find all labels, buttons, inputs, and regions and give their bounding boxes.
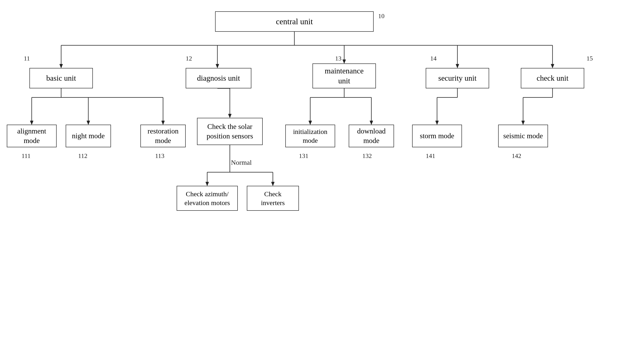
- ref-13: 13: [335, 55, 342, 62]
- svg-marker-11: [551, 64, 554, 68]
- diagnosis-unit-box: diagnosis unit: [186, 68, 251, 88]
- svg-marker-3: [60, 64, 63, 68]
- ref-111: 111: [22, 152, 30, 160]
- check-inverters-label: Checkinverters: [261, 189, 285, 207]
- basic-unit-box: basic unit: [30, 68, 93, 88]
- svg-marker-26: [206, 182, 209, 186]
- check-unit-box: check unit: [521, 68, 584, 88]
- central-unit-box: central unit: [215, 11, 374, 32]
- initialization-mode-label: initializationmode: [293, 127, 328, 145]
- diagnosis-unit-label: diagnosis unit: [197, 73, 240, 83]
- seismic-mode-label: seismic mode: [503, 131, 543, 141]
- check-solar-box: Check the solarposition sensors: [197, 118, 263, 145]
- initialization-mode-box: initializationmode: [285, 125, 335, 147]
- check-unit-label: check unit: [537, 73, 568, 83]
- check-inverters-box: Checkinverters: [247, 186, 299, 211]
- normal-label: Normal: [231, 159, 252, 166]
- connector-lines: [0, 0, 644, 351]
- svg-marker-9: [456, 64, 459, 68]
- svg-marker-35: [370, 121, 373, 125]
- check-azimuth-box: Check azimuth/elevation motors: [176, 186, 238, 211]
- maintenance-unit-label: maintenanceunit: [325, 66, 364, 86]
- download-mode-box: downloadmode: [349, 125, 394, 147]
- svg-marker-39: [436, 121, 438, 125]
- svg-marker-28: [271, 182, 274, 186]
- restoration-mode-box: restorationmode: [140, 125, 186, 147]
- ref-131: 131: [299, 152, 308, 160]
- restoration-mode-label: restorationmode: [148, 126, 179, 145]
- security-unit-label: security unit: [438, 73, 476, 83]
- check-solar-label: Check the solarposition sensors: [206, 122, 253, 141]
- download-mode-label: downloadmode: [357, 126, 386, 145]
- storm-mode-box: storm mode: [412, 125, 462, 147]
- seismic-mode-box: seismic mode: [498, 125, 548, 147]
- svg-marker-43: [522, 121, 525, 125]
- ref-132: 132: [362, 152, 372, 160]
- svg-marker-5: [216, 64, 219, 68]
- night-mode-box: night mode: [66, 125, 111, 147]
- ref-12: 12: [186, 55, 192, 62]
- ref-141: 141: [426, 152, 435, 160]
- ref-14: 14: [430, 55, 436, 62]
- svg-marker-19: [162, 121, 164, 125]
- ref-112: 112: [78, 152, 88, 160]
- svg-marker-7: [342, 60, 346, 64]
- storm-mode-label: storm mode: [420, 131, 454, 141]
- ref-11: 11: [24, 55, 30, 62]
- basic-unit-label: basic unit: [46, 73, 76, 83]
- security-unit-box: security unit: [426, 68, 489, 88]
- ref-15: 15: [586, 55, 593, 62]
- ref-142: 142: [512, 152, 521, 160]
- svg-marker-15: [30, 121, 33, 125]
- check-azimuth-label: Check azimuth/elevation motors: [184, 189, 230, 207]
- svg-marker-22: [228, 114, 232, 118]
- svg-marker-33: [309, 121, 312, 125]
- night-mode-label: night mode: [72, 131, 105, 141]
- maintenance-unit-box: maintenanceunit: [312, 64, 376, 88]
- alignment-mode-box: alignmentmode: [7, 125, 56, 147]
- ref-113: 113: [155, 152, 164, 160]
- alignment-mode-label: alignmentmode: [17, 126, 46, 145]
- ref-10: 10: [378, 13, 384, 20]
- central-unit-label: central unit: [276, 16, 313, 27]
- diagram: central unit 10 basic unit 11 diagnosis …: [0, 0, 644, 351]
- svg-marker-17: [87, 121, 90, 125]
